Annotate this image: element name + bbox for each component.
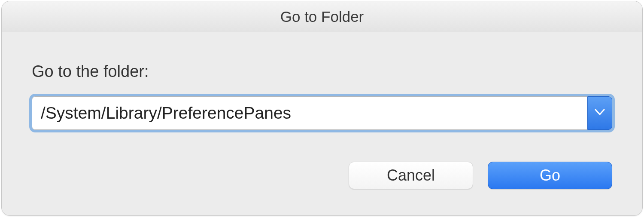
path-input[interactable] [32, 96, 587, 130]
chevron-down-icon [595, 109, 605, 117]
go-to-folder-dialog: Go to Folder Go to the folder: Cancel Go [1, 1, 643, 216]
cancel-button[interactable]: Cancel [349, 162, 473, 189]
path-combobox [32, 96, 612, 130]
go-button[interactable]: Go [488, 162, 612, 189]
dialog-title: Go to Folder [2, 1, 642, 32]
path-dropdown-button[interactable] [587, 96, 612, 130]
path-label: Go to the folder: [32, 62, 612, 81]
button-row: Cancel Go [32, 162, 612, 189]
dialog-content: Go to the folder: Cancel Go [2, 32, 642, 215]
